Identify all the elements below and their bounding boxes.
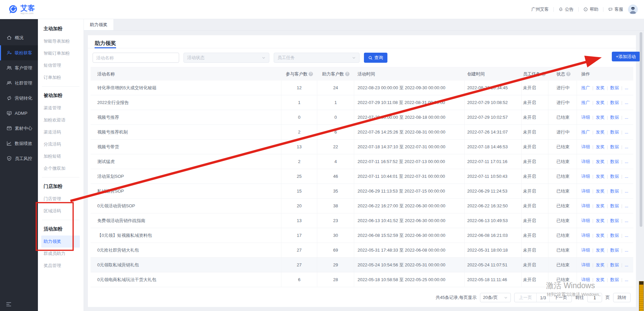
action-link-data[interactable]: 数据 [610,262,619,268]
bottom-right-scrollbar-artifact[interactable] [639,281,644,311]
submenu-item[interactable]: 智能导表加粉 [38,35,84,47]
action-link-data[interactable]: 数据 [610,188,619,194]
action-link-more[interactable]: ... [625,248,628,253]
action-link-detail[interactable]: 详细 [581,203,590,209]
action-link-detail[interactable]: 详细 [581,159,590,165]
submenu-item[interactable]: 渠道管理 [38,102,84,114]
prev-page-button[interactable]: 上一页 [515,293,537,302]
sidebar-item-marketing-conversion[interactable]: 营销转化 [0,91,38,106]
help-icon[interactable]: ? [345,72,350,76]
action-link-data[interactable]: 数据 [610,85,619,91]
action-link-award[interactable]: 发奖 [596,247,604,253]
region-name[interactable]: 广州艾客 [531,6,549,12]
action-link-award[interactable]: 发奖 [596,218,604,224]
submenu-item[interactable]: 群成员助力 [38,248,84,260]
customer-service-link[interactable]: 客服 [608,6,623,12]
submenu-item[interactable]: 短信管理 [38,59,84,71]
action-link-more[interactable]: ... [625,174,628,179]
action-link-award[interactable]: 发奖 [596,203,604,209]
submenu-item-active[interactable]: 助力领奖 [41,236,80,248]
help-icon[interactable]: ? [541,72,546,76]
help-icon[interactable]: ? [566,72,571,76]
action-link-more[interactable]: ... [625,129,628,135]
action-link-award[interactable]: 发奖 [596,114,604,120]
help-icon[interactable]: ? [309,72,313,76]
vertical-scrollbar-thumb[interactable] [640,32,642,227]
add-activity-button[interactable]: +添加活动 [612,52,640,61]
submenu-item[interactable]: 门店管理 [38,193,84,205]
action-link-award[interactable]: 发奖 [596,129,604,135]
action-link-award[interactable]: 发奖 [596,100,604,106]
action-link-more[interactable]: ... [625,85,628,90]
action-link-more[interactable]: ... [625,233,628,238]
action-link-detail[interactable]: 详细 [581,144,590,150]
sidebar-item-material-center[interactable]: 素材中心 [0,121,38,136]
activity-name-input[interactable] [93,53,179,63]
action-link-detail[interactable]: 详细 [581,114,590,120]
submenu-item[interactable]: 区域活码 [38,205,84,217]
action-link-data[interactable]: 数据 [610,100,619,106]
action-link-data[interactable]: 数据 [610,247,619,253]
action-link-more[interactable]: ... [625,218,628,223]
action-link-more[interactable]: ... [625,277,628,282]
action-link-more[interactable]: ... [625,159,628,164]
action-link-more[interactable]: ... [625,262,628,267]
sidebar-item-staff-risk[interactable]: 员工风控 [0,151,38,166]
action-link-award[interactable]: 发奖 [596,232,604,239]
action-link-promote[interactable]: 推广 [581,85,590,91]
submenu-item[interactable]: 订单加粉 [38,71,84,84]
action-link-detail[interactable]: 详细 [581,218,590,224]
action-link-data[interactable]: 数据 [610,159,619,165]
action-link-data[interactable]: 数据 [610,203,619,209]
submenu-item[interactable]: 分流活码 [38,138,84,150]
action-link-award[interactable]: 发奖 [596,173,604,179]
action-link-data[interactable]: 数据 [610,277,619,283]
sidebar-item-data-performance[interactable]: 数据绩效 [0,136,38,151]
activity-status-select[interactable]: 活动状态 [183,53,269,63]
action-link-award[interactable]: 发奖 [596,85,604,91]
announcements-link[interactable]: 公告 [558,6,574,12]
action-link-data[interactable]: 数据 [610,173,619,179]
submenu-item[interactable]: 奖品管理 [38,260,84,272]
action-link-detail[interactable]: 详细 [581,188,590,194]
action-link-more[interactable]: ... [625,100,628,105]
jump-button[interactable]: 跳转 [613,293,631,302]
next-page-button[interactable]: 下一页 [550,293,572,302]
action-link-detail[interactable]: 详细 [581,173,590,179]
tab-zhuli-lingjiang[interactable]: 助力领奖 [84,19,113,30]
action-link-award[interactable]: 发奖 [596,144,604,150]
sidebar-item-admp[interactable]: ADMP [0,106,38,121]
sidebar-item-community-mgmt[interactable]: 社群管理 [0,75,38,91]
app-logo[interactable]: 艾客 iwjcrm.com [8,4,35,14]
action-link-detail[interactable]: 详细 [581,277,590,283]
action-link-detail[interactable]: 详细 [581,247,590,253]
action-link-more[interactable]: ... [625,115,628,120]
action-link-data[interactable]: 数据 [610,129,619,135]
action-link-data[interactable]: 数据 [610,114,619,120]
sidebar-item-customer-mgmt[interactable]: 客户管理 [0,60,38,75]
help-link[interactable]: 帮助 [583,6,598,12]
action-link-data[interactable]: 数据 [610,232,619,239]
action-link-data[interactable]: 数据 [610,218,619,224]
action-link-promote[interactable]: 推广 [581,100,590,106]
goto-page-input[interactable] [587,293,602,302]
action-link-more[interactable]: ... [625,203,628,208]
submenu-item[interactable]: 企个微双加 [38,162,84,174]
action-link-award[interactable]: 发奖 [596,159,604,165]
submenu-item[interactable]: 加粉欢迎语 [38,114,84,126]
action-link-award[interactable]: 发奖 [596,277,604,283]
action-link-more[interactable]: ... [625,189,628,194]
sidebar-item-overview[interactable]: 概况 [0,30,38,45]
submenu-item[interactable]: 渠道活码 [38,126,84,138]
page-size-select[interactable]: 20条/页 [480,293,511,302]
collapse-sidebar-icon[interactable] [6,302,12,307]
submenu-item[interactable]: 加粉短链 [38,150,84,162]
action-link-award[interactable]: 发奖 [596,262,604,268]
sidebar-item-fans-acquisition[interactable]: 吸粉获客 [0,45,38,60]
action-link-more[interactable]: ... [625,144,628,149]
action-link-data[interactable]: 数据 [610,144,619,150]
staff-task-select[interactable]: 员工任务 [274,53,360,63]
action-link-detail[interactable]: 详细 [581,232,590,239]
submenu-item[interactable]: 智能订单加粉 [38,47,84,59]
action-link-promote[interactable]: 推广 [581,129,590,135]
